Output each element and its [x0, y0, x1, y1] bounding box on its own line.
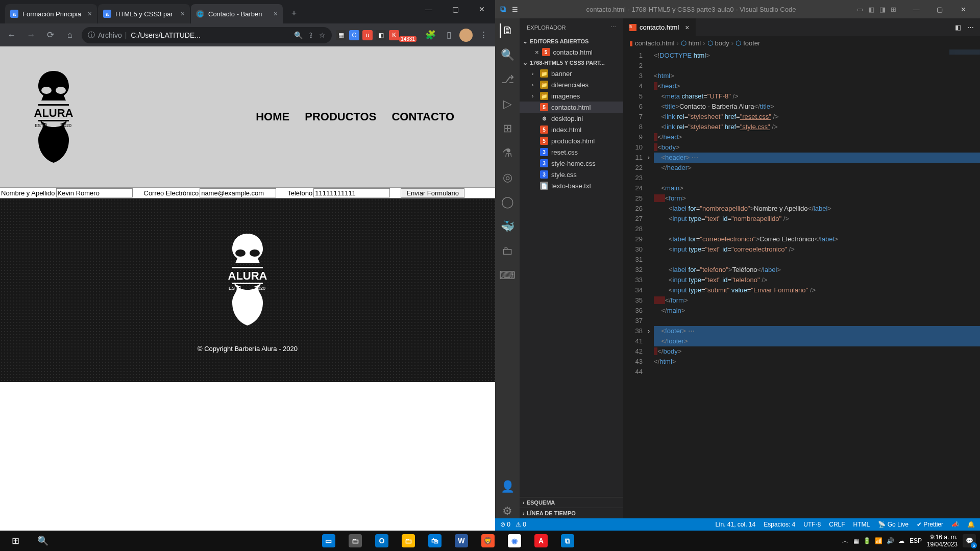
layout-icon[interactable]: ⊞ [891, 6, 896, 13]
open-editor-file[interactable]: × 5 contacto.html [520, 46, 623, 58]
browser-tab-0[interactable]: a Formación Principia × [5, 4, 97, 23]
forward-button[interactable]: → [23, 28, 39, 43]
close-icon[interactable]: × [274, 10, 278, 18]
taskbar-app-word[interactable]: W [449, 531, 474, 551]
submit-button[interactable]: Enviar Formulario [401, 188, 464, 198]
maximize-button[interactable]: ▢ [928, 0, 951, 18]
menu-button[interactable]: ☰ [512, 6, 518, 13]
tel-input[interactable] [313, 188, 390, 197]
errors-status[interactable]: ⊘ 0 [500, 521, 510, 528]
extensions-icon[interactable]: ⊞ [500, 121, 514, 136]
notifications-icon[interactable]: 🔔 [967, 521, 975, 528]
file-item[interactable]: 📄texto-base.txt [520, 180, 623, 191]
folder-icon[interactable]: 🗀 [500, 244, 514, 258]
address-bar[interactable]: ⓘ Archivo | C:/Users/LATITUDE... 🔍 ⇪ ☆ [82, 27, 332, 43]
project-section[interactable]: ⌄ 1768-HTML5 Y CSS3 PART... [520, 58, 623, 68]
star-icon[interactable]: ☆ [319, 31, 326, 39]
source-control-icon[interactable]: ⎇ [500, 72, 514, 87]
translate-extension-icon[interactable]: G [349, 30, 359, 40]
more-icon[interactable]: ⋯ [610, 24, 616, 31]
close-icon[interactable]: × [535, 48, 539, 56]
extension-icon[interactable]: ▦ [336, 30, 346, 40]
toggle-secondary-icon[interactable]: ◨ [879, 6, 886, 13]
timeline-section[interactable]: ›LÍNEA DE TIEMPO [520, 508, 623, 518]
code-content[interactable]: <!DOCTYPE html><html> <head> <meta chars… [652, 49, 980, 518]
minimize-button[interactable]: — [904, 0, 928, 18]
taskbar-app[interactable]: ▭ [316, 531, 341, 551]
battery-icon[interactable]: 🔋 [863, 537, 871, 544]
go-live[interactable]: 📡 Go Live [878, 521, 909, 528]
remote-icon[interactable]: ◎ [500, 170, 514, 185]
folder-item[interactable]: ›📁diferenciales [520, 79, 623, 90]
taskbar-app-store[interactable]: 🛍 [423, 531, 447, 551]
email-input[interactable] [200, 188, 276, 197]
close-icon[interactable]: × [181, 10, 185, 18]
close-icon[interactable]: × [88, 10, 92, 18]
onedrive-icon[interactable]: ☁ [898, 537, 904, 544]
split-editor-icon[interactable]: ◧ [955, 23, 961, 31]
new-tab-button[interactable]: + [287, 6, 301, 20]
explorer-icon[interactable]: 🗎 [500, 23, 514, 38]
toggle-sidebar-icon[interactable]: ◧ [868, 6, 874, 13]
volume-icon[interactable]: 🔊 [887, 537, 894, 544]
crumb[interactable]: footer [743, 39, 760, 47]
maximize-button[interactable]: ▢ [442, 0, 469, 18]
minimap[interactable] [949, 49, 980, 111]
share-icon[interactable]: ⇪ [308, 31, 314, 39]
close-button[interactable]: ✕ [469, 0, 495, 18]
minimize-button[interactable]: — [415, 0, 442, 18]
language-indicator[interactable]: ESP [910, 537, 922, 544]
back-button[interactable]: ← [4, 28, 19, 43]
clock[interactable]: 9:16 a. m. 19/04/2023 [927, 534, 958, 548]
taskbar-app-brave[interactable]: 🦁 [476, 531, 500, 551]
search-icon[interactable]: 🔍 [500, 48, 514, 62]
folder-item[interactable]: ›📁banner [520, 68, 623, 79]
extension-icon[interactable]: K [389, 30, 399, 40]
sidepanel-button[interactable]: ▯ [441, 28, 456, 43]
taskbar-app-outlook[interactable]: O [370, 531, 394, 551]
folder-item[interactable]: ›📁imagenes [520, 90, 623, 102]
encoding[interactable]: UTF-8 [803, 521, 821, 528]
browser-tab-1[interactable]: a HTML5 y CSS3 par × [98, 4, 190, 23]
accounts-icon[interactable]: 👤 [500, 480, 514, 494]
more-icon[interactable]: ⋯ [967, 23, 974, 31]
indentation[interactable]: Espacios: 4 [764, 521, 795, 528]
edge-icon[interactable]: ◯ [500, 195, 514, 209]
name-input[interactable] [56, 188, 133, 197]
crumb[interactable]: contacto.html [635, 39, 674, 47]
nav-home[interactable]: HOME [256, 110, 289, 123]
editor-tab[interactable]: 5 contacto.html × [623, 18, 696, 36]
toggle-panel-icon[interactable]: ▭ [857, 6, 863, 13]
cursor-position[interactable]: Lín. 41, col. 14 [715, 521, 755, 528]
nav-productos[interactable]: PRODUCTOS [305, 110, 376, 123]
file-item[interactable]: 5contacto.html [520, 102, 623, 113]
eol[interactable]: CRLF [829, 521, 845, 528]
testing-icon[interactable]: ⚗ [500, 146, 514, 160]
code-editor[interactable]: 1234567891011222324252627282930313233343… [623, 49, 980, 518]
crumb[interactable]: html [689, 39, 701, 47]
nav-contacto[interactable]: CONTACTO [391, 110, 454, 123]
terminal-icon[interactable]: ⌨ [500, 268, 514, 283]
site-info[interactable]: ⓘ Archivo | [88, 31, 127, 40]
reload-button[interactable]: ⟳ [43, 28, 58, 43]
run-debug-icon[interactable]: ▷ [500, 97, 514, 111]
start-button[interactable]: ⊞ [4, 531, 27, 551]
extensions-button[interactable]: 🧩 [423, 28, 438, 43]
file-item[interactable]: 5productos.html [520, 135, 623, 146]
open-editors-section[interactable]: ⌄ EDITORES ABIERTOS [520, 36, 623, 46]
home-button[interactable]: ⌂ [62, 28, 78, 43]
taskbar-app-explorer[interactable]: 🗀 [396, 531, 421, 551]
file-item[interactable]: 5index.html [520, 124, 623, 135]
action-center[interactable]: 💬 [963, 534, 976, 547]
taskbar-app-acrobat[interactable]: A [529, 531, 553, 551]
tray-icon[interactable]: ▦ [853, 537, 859, 544]
extension-icon[interactable]: ◧ [376, 30, 386, 40]
chevron-up-icon[interactable]: ︿ [842, 537, 848, 545]
crumb[interactable]: body [715, 39, 729, 47]
docker-icon[interactable]: 🐳 [500, 219, 514, 234]
taskbar-app-vscode[interactable]: ⧉ [555, 531, 580, 551]
close-button[interactable]: ✕ [951, 0, 975, 18]
taskbar-app-chrome[interactable]: ◉ [502, 531, 527, 551]
close-icon[interactable]: × [685, 23, 689, 32]
file-item[interactable]: 3style-home.css [520, 158, 623, 169]
